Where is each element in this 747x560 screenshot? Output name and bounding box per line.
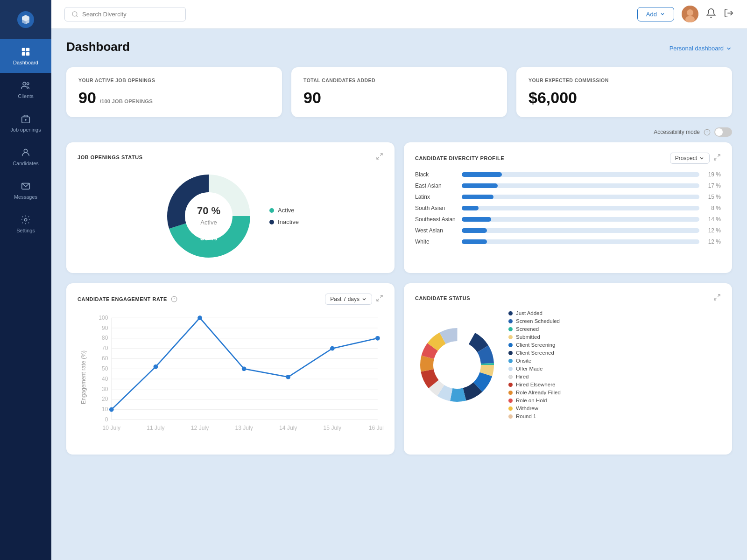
svg-text:12 July: 12 July (191, 425, 209, 431)
messages-icon (21, 181, 31, 191)
engagement-dropdown[interactable]: Past 7 days (325, 294, 372, 305)
candidates-icon (21, 147, 31, 158)
bar-fill-4 (462, 217, 491, 222)
data-point-0 (109, 407, 114, 412)
sidebar-item-clients[interactable]: Clients (0, 73, 51, 106)
expand-icon-status[interactable] (713, 294, 721, 303)
data-point-1 (154, 364, 158, 369)
logout-icon[interactable] (724, 8, 734, 21)
svg-text:11 July: 11 July (147, 425, 165, 431)
data-point-4 (286, 375, 290, 379)
data-point-2 (197, 315, 202, 320)
svg-point-13 (72, 11, 77, 16)
svg-line-35 (380, 295, 382, 298)
svg-text:100: 100 (99, 315, 108, 321)
bar-fill-5 (462, 228, 487, 233)
engagement-chart-wrap: Engagement rate (%) 0 10 20 30 40 (78, 312, 383, 444)
sidebar-item-dashboard-label: Dashboard (13, 60, 38, 65)
svg-line-22 (380, 154, 382, 156)
bar-pct-1: 17 % (704, 182, 721, 189)
diversity-dropdown[interactable]: Prospect (670, 153, 710, 164)
bar-pct-0: 19 % (704, 171, 721, 178)
status-legend-item-9: Hired Elsewhere (508, 382, 561, 387)
svg-line-31 (714, 158, 717, 160)
avatar (682, 6, 698, 22)
toggle-knob (715, 128, 723, 136)
svg-text:50: 50 (102, 365, 108, 372)
notifications-icon[interactable] (706, 8, 716, 21)
diversity-dropdown-label: Prospect (675, 155, 697, 161)
status-label-10: Role Already Filled (516, 390, 561, 395)
accessibility-row: Accessibility mode (66, 127, 732, 137)
status-dot-13 (508, 414, 513, 419)
bar-label-1: East Asian (415, 182, 457, 189)
expand-icon-job-openings[interactable] (376, 153, 383, 162)
stat-label-0: YOUR ACTIVE JOB OPENINGS (78, 77, 270, 83)
status-dot-0 (508, 311, 513, 315)
sidebar-item-settings[interactable]: Settings (0, 207, 51, 241)
content: Dashboard Personal dashboard YOUR ACTIVE… (51, 28, 747, 560)
add-button[interactable]: Add (637, 7, 674, 21)
info-icon (704, 129, 711, 136)
bar-label-6: White (415, 238, 457, 245)
status-label-5: Client Screened (516, 350, 554, 356)
accessibility-label: Accessibility mode (654, 129, 700, 135)
status-legend-item-1: Screen Scheduled (508, 318, 561, 324)
sidebar-item-clients-label: Clients (18, 93, 34, 99)
job-openings-donut: 70 % Active 30 % (162, 169, 255, 263)
sidebar-item-dashboard[interactable]: Dashboard (0, 39, 51, 73)
status-dot-12 (508, 406, 513, 411)
sidebar-item-candidates-label: Candidates (13, 161, 39, 166)
data-point-5 (330, 346, 335, 351)
status-legend-item-5: Client Screened (508, 350, 561, 356)
accessibility-toggle[interactable] (714, 127, 732, 137)
bar-pct-5: 12 % (704, 227, 721, 234)
svg-rect-3 (22, 52, 25, 56)
candidate-status-title: CANDIDATE STATUS (415, 295, 470, 301)
status-dot-7 (508, 367, 513, 371)
svg-text:20: 20 (102, 396, 108, 402)
donut-legend: Active Inactive (269, 207, 299, 225)
status-legend-item-6: Onsite (508, 358, 561, 364)
logo (0, 0, 51, 39)
engagement-header: CANDIDATE ENGAGEMENT RATE Past 7 days (78, 294, 383, 305)
sidebar-item-candidates[interactable]: Candidates (0, 140, 51, 174)
svg-text:10 July: 10 July (103, 425, 121, 431)
personal-dashboard-btn[interactable]: Personal dashboard (669, 45, 732, 52)
logo-icon (16, 10, 35, 29)
svg-text:40: 40 (102, 376, 108, 382)
bar-bg-0 (462, 172, 699, 177)
svg-text:0: 0 (105, 416, 108, 423)
stat-sub-0: /100 JOB OPENINGS (100, 98, 153, 104)
status-dot-8 (508, 375, 513, 379)
topbar: Add (51, 0, 747, 28)
bar-bg-5 (462, 228, 699, 233)
status-label-7: Offer Made (516, 366, 543, 371)
expand-icon-diversity[interactable] (713, 154, 721, 163)
legend-item-inactive: Inactive (269, 218, 299, 225)
title-row: Dashboard Personal dashboard (66, 40, 732, 57)
stat-number-0: 90 (78, 89, 96, 107)
stats-row: YOUR ACTIVE JOB OPENINGS 90 /100 JOB OPE… (66, 67, 732, 117)
sidebar-item-messages[interactable]: Messages (0, 174, 51, 207)
svg-text:80: 80 (102, 335, 108, 341)
bar-row-1: East Asian 17 % (415, 182, 721, 189)
svg-text:90: 90 (102, 325, 108, 331)
topbar-right: Add (637, 6, 734, 22)
search-input[interactable] (82, 11, 176, 18)
job-openings-title: JOB OPENINGS STATUS (78, 154, 143, 160)
bar-row-2: Latinx 15 % (415, 194, 721, 200)
svg-point-70 (439, 347, 475, 383)
bar-label-3: South Asian (415, 205, 457, 211)
expand-icon-engagement[interactable] (376, 294, 383, 304)
legend-item-active: Active (269, 207, 299, 214)
status-dot-3 (508, 335, 513, 339)
active-dot (269, 208, 274, 213)
y-axis-label: Engagement rate (%) (80, 350, 87, 404)
add-button-label: Add (646, 11, 657, 18)
settings-icon (21, 215, 31, 225)
svg-text:30: 30 (102, 386, 108, 392)
sidebar-item-settings-label: Settings (16, 228, 35, 233)
sidebar-item-job-openings[interactable]: Job openings (0, 106, 51, 140)
search-box[interactable] (64, 7, 186, 21)
